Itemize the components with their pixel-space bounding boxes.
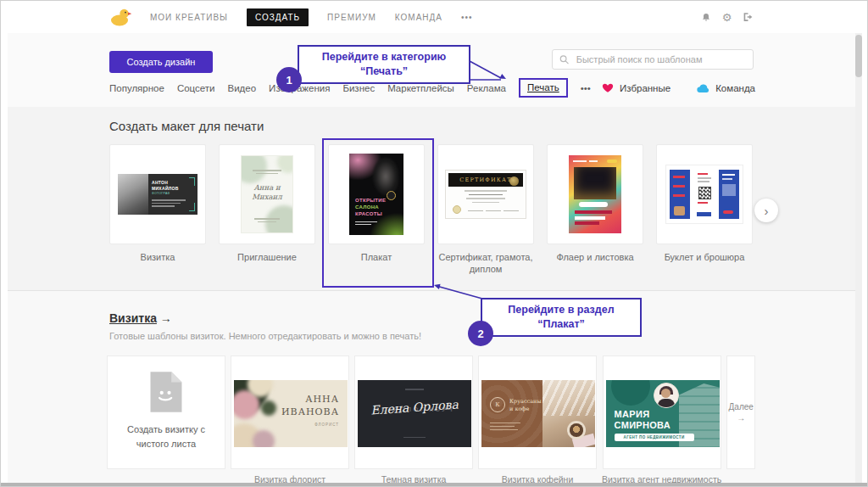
vizitka-section-link[interactable]: Визитка → bbox=[109, 311, 172, 325]
carousel-next-button[interactable]: › bbox=[754, 199, 778, 222]
avatar bbox=[654, 383, 679, 408]
tab-ads[interactable]: Реклама bbox=[467, 80, 506, 97]
nav-create[interactable]: СОЗДАТЬ bbox=[247, 8, 309, 26]
top-bar: МОИ КРЕАТИВЫ СОЗДАТЬ ПРЕМИУМ КОМАНДА •••… bbox=[8, 1, 855, 34]
poster-thumbnail: ОТКРЫТИЕ САЛОНА КРАСОТЫ bbox=[349, 154, 403, 235]
print-card-booklet[interactable] bbox=[656, 144, 753, 244]
step2-badge: 2 bbox=[468, 321, 493, 346]
coffee-card-thumbnail: К Круассаны и кофе bbox=[481, 380, 595, 447]
nav-my-creatives[interactable]: МОИ КРЕАТИВЫ bbox=[150, 13, 228, 22]
bell-icon[interactable] bbox=[700, 12, 711, 23]
photo-placeholder bbox=[118, 174, 148, 215]
template-card-florist[interactable]: АННА ИВАНОВА ФЛОРИСТ bbox=[231, 355, 349, 469]
print-card-poster[interactable]: ОТКРЫТИЕ САЛОНА КРАСОТЫ bbox=[328, 144, 425, 244]
print-card-vizitka[interactable]: АНТОН МИХАЙЛОВ ФОТОГРАФ bbox=[109, 144, 206, 244]
thumb-name: АНТОН МИХАЙЛОВ bbox=[152, 180, 194, 191]
print-card-label: Флаер и листовка bbox=[556, 251, 633, 263]
print-card-certificate[interactable]: СЕРТИФИКАТ bbox=[437, 144, 534, 244]
template-card-realty[interactable]: МАРИЯ СМИРНОВА АГЕНТ ПО НЕДВИЖИМОСТИ bbox=[603, 355, 721, 469]
print-card-invitation[interactable]: Анна и Михаил bbox=[219, 144, 315, 244]
favorites-link[interactable]: Избранные bbox=[602, 82, 670, 93]
monogram-logo: К bbox=[490, 397, 505, 412]
tab-social[interactable]: Соцсети bbox=[177, 80, 215, 97]
tab-more[interactable]: ••• bbox=[581, 80, 591, 97]
print-card-label: Приглашение bbox=[237, 251, 297, 263]
callout-step1: Перейдите в категорию “Печать” bbox=[298, 45, 470, 84]
scrollbar-thumb[interactable] bbox=[855, 35, 862, 77]
print-section: Создать макет для печати АНТОН МИХАЙЛОВ … bbox=[8, 107, 855, 290]
vizitka-section-subtitle: Готовые шаблоны визиток. Немного отредак… bbox=[109, 331, 421, 341]
print-card-label: Сертификат, грамота, диплом bbox=[437, 251, 534, 276]
arrow-right-icon: → bbox=[160, 311, 172, 325]
template-card-coffee[interactable]: К Круассаны и кофе bbox=[478, 355, 597, 469]
blank-vizitka-card[interactable]: Создать визитку с чистого листа bbox=[107, 355, 225, 469]
arrow-right-icon: → bbox=[737, 413, 745, 423]
duck-logo[interactable] bbox=[109, 8, 131, 26]
vizitka-section: Визитка → Готовые шаблоны визиток. Немно… bbox=[8, 290, 855, 485]
tab-print[interactable]: Печать bbox=[519, 78, 568, 98]
print-card-label: Визитка bbox=[141, 251, 175, 263]
scrollbar-track[interactable] bbox=[855, 33, 862, 483]
heart-icon bbox=[602, 82, 614, 93]
blank-page-smiley-icon bbox=[147, 370, 185, 414]
print-card-label: Буклет и брошюра bbox=[665, 251, 745, 263]
coffee-cup bbox=[570, 423, 583, 437]
tab-video[interactable]: Видео bbox=[228, 80, 257, 97]
search-icon bbox=[559, 54, 570, 65]
window-bottom-edge bbox=[1, 483, 867, 486]
thumb-role: ФОТОГРАФ bbox=[152, 192, 170, 195]
team-label: Команда bbox=[715, 83, 755, 93]
create-design-button[interactable]: Создать дизайн bbox=[109, 51, 213, 73]
step1-badge: 1 bbox=[276, 67, 302, 92]
template-search[interactable] bbox=[552, 49, 754, 70]
favorites-label: Избранные bbox=[620, 83, 670, 93]
sign-out-icon[interactable] bbox=[743, 12, 754, 23]
cloud-icon bbox=[696, 83, 709, 93]
invitation-thumbnail: Анна и Михаил bbox=[241, 155, 293, 233]
booklet-thumbnail bbox=[665, 165, 743, 224]
nav-premium[interactable]: ПРЕМИУМ bbox=[327, 13, 376, 22]
print-card-flyer[interactable] bbox=[547, 144, 643, 244]
team-link[interactable]: Команда bbox=[696, 83, 755, 93]
print-section-title: Создать макет для печати bbox=[109, 119, 264, 133]
nav-more[interactable]: ••• bbox=[461, 13, 473, 22]
print-card-label: Плакат bbox=[361, 251, 392, 263]
search-input[interactable] bbox=[575, 53, 746, 65]
duck-logo-icon bbox=[109, 8, 131, 26]
realty-card-thumbnail: МАРИЯ СМИРНОВА АГЕНТ ПО НЕДВИЖИМОСТИ bbox=[606, 380, 720, 447]
gear-icon[interactable]: ⚙ bbox=[721, 12, 732, 23]
template-card-dark[interactable]: АСТРОЛОГ КОУЧ Елена Орлова bbox=[354, 355, 473, 469]
business-card-thumbnail: АНТОН МИХАЙЛОВ ФОТОГРАФ bbox=[118, 174, 198, 215]
nav-team[interactable]: КОМАНДА bbox=[395, 13, 442, 22]
callout-step2: Перейдите в раздел “Плакат” bbox=[481, 298, 642, 337]
more-templates-card[interactable]: Далее → bbox=[726, 355, 755, 469]
florist-card-thumbnail: АННА ИВАНОВА ФЛОРИСТ bbox=[234, 380, 348, 447]
flyer-thumbnail bbox=[569, 155, 621, 233]
app-window: МОИ КРЕАТИВЫ СОЗДАТЬ ПРЕМИУМ КОМАНДА •••… bbox=[0, 0, 868, 487]
tab-popular[interactable]: Популярное bbox=[109, 80, 164, 97]
dark-card-thumbnail: АСТРОЛОГ КОУЧ Елена Орлова bbox=[358, 380, 471, 447]
certificate-thumbnail: СЕРТИФИКАТ bbox=[445, 170, 526, 219]
